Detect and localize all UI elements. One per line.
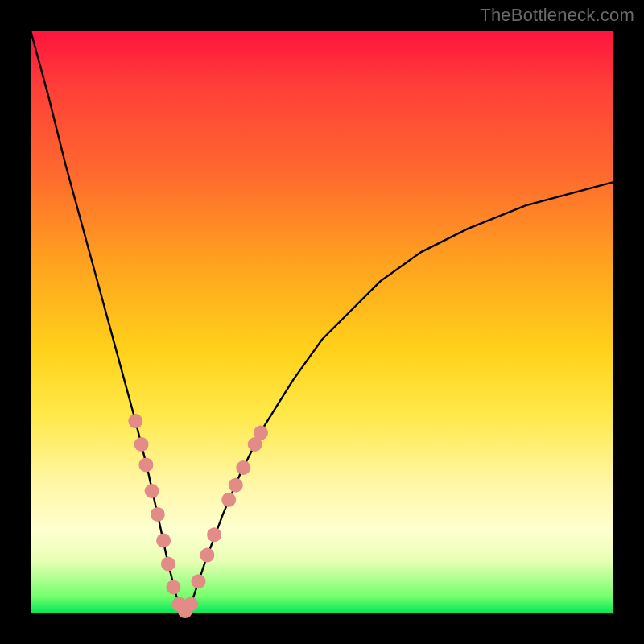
highlight-dot bbox=[134, 437, 149, 452]
highlight-dot bbox=[221, 493, 236, 507]
highlight-dot bbox=[138, 457, 153, 472]
highlight-dot bbox=[128, 414, 142, 428]
watermark-text: TheBottleneck.com bbox=[480, 5, 634, 26]
marker-group bbox=[128, 414, 268, 618]
highlight-dot bbox=[207, 527, 221, 542]
highlight-dot bbox=[184, 597, 198, 611]
highlight-dot bbox=[254, 426, 268, 440]
highlight-dot bbox=[151, 507, 165, 522]
highlight-dot bbox=[145, 484, 159, 498]
highlight-dot bbox=[156, 534, 171, 548]
highlight-dot bbox=[161, 557, 175, 572]
chart-frame: TheBottleneck.com bbox=[0, 0, 644, 644]
highlight-dot bbox=[166, 580, 180, 594]
highlight-dot bbox=[200, 548, 214, 563]
chart-svg bbox=[31, 31, 613, 613]
bottleneck-curve bbox=[31, 31, 613, 613]
highlight-dot bbox=[192, 574, 206, 588]
highlight-dot bbox=[229, 478, 243, 493]
highlight-dot bbox=[236, 460, 250, 475]
